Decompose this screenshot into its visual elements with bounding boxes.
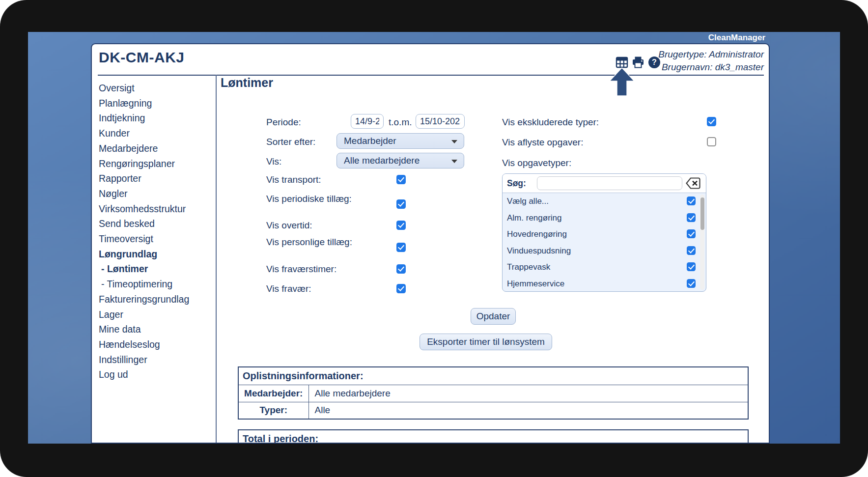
periode-from-input[interactable]: [351, 114, 384, 129]
option-row-vaelg-alle[interactable]: Vælg alle...: [503, 193, 706, 210]
opgavetyper-panel: Søg: Vælg alle...: [502, 173, 706, 292]
option-checkbox[interactable]: [687, 213, 696, 222]
opdater-button[interactable]: Opdater: [471, 308, 516, 325]
row-label: Medarbejder:: [238, 385, 308, 402]
sidebar-item-faktureringsgrundlag[interactable]: Faktureringsgrundlag: [99, 292, 213, 307]
option-label: Hovedrengøring: [507, 229, 567, 239]
vis-overtid-label: Vis overtid:: [266, 220, 312, 231]
sidebar-item-timeoversigt[interactable]: Timeoversigt: [99, 231, 213, 247]
opgavetyper-search-input[interactable]: [537, 176, 682, 190]
tom-label: t.o.m.: [389, 117, 412, 128]
search-label: Søg:: [507, 178, 526, 189]
clear-search-button[interactable]: [685, 177, 701, 190]
row-value: Alle: [308, 402, 748, 419]
vis-aflyste-opgaver-label: Vis aflyste opgaver:: [502, 137, 583, 148]
sidebar-item-rapporter[interactable]: Rapporter: [99, 171, 213, 186]
sorter-efter-label: Sorter efter:: [266, 137, 315, 147]
sidebar-item-log-ud[interactable]: Log ud: [99, 367, 213, 382]
vis-overtid-checkbox[interactable]: [396, 221, 406, 230]
sidebar-item-indtjekning[interactable]: Indtjekning: [99, 111, 213, 126]
sidebar-item-timeoptimering[interactable]: - Timeoptimering: [99, 277, 213, 292]
vis-personlige-tillaeg-checkbox[interactable]: [396, 243, 406, 252]
brand-label: CleanManager: [708, 32, 765, 43]
periode-label: Periode:: [266, 117, 301, 128]
chevron-down-icon: [451, 140, 457, 143]
vis-ekskluderede-typer-label: Vis ekskluderede typer:: [502, 117, 599, 128]
option-label: Alm. rengøring: [507, 213, 561, 223]
sidebar-item-nogler[interactable]: Nøgler: [99, 186, 213, 201]
vis-fravaer-checkbox[interactable]: [396, 284, 406, 293]
sorter-efter-value: Medarbejder: [344, 136, 396, 146]
sidebar-item-rengoringsplaner[interactable]: Rengøringsplaner: [99, 156, 213, 171]
sidebar-divider: [216, 75, 217, 443]
vis-transport-checkbox[interactable]: [396, 175, 406, 184]
sidebar-item-send-besked[interactable]: Send besked: [99, 216, 213, 231]
sidebar-item-lager[interactable]: Lager: [99, 307, 213, 322]
option-row-hovedrengoring[interactable]: Hovedrengøring: [503, 226, 706, 243]
option-checkbox[interactable]: [687, 262, 696, 271]
option-label: Vælg alle...: [507, 196, 549, 206]
sorter-efter-select[interactable]: Medarbejder: [336, 133, 464, 149]
sidebar-nav: Oversigt Planlægning Indtjekning Kunder …: [99, 81, 213, 382]
vis-fravaerstimer-label: Vis fraværstimer:: [266, 264, 336, 275]
option-label: Hjemmeservice: [507, 279, 564, 289]
vis-fravaerstimer-checkbox[interactable]: [396, 264, 406, 274]
annotation-arrow-icon: [609, 67, 636, 96]
oplistnings-table-header: Oplistningsinformationer:: [238, 367, 748, 385]
vis-personlige-tillaeg-label: Vis personlige tillæg:: [266, 236, 352, 248]
option-checkbox[interactable]: [687, 196, 696, 205]
row-label: Typer:: [238, 402, 308, 419]
vis-transport-label: Vis transport:: [266, 174, 321, 185]
vis-value: Alle medarbejdere: [344, 155, 420, 166]
sidebar-item-planlaegning[interactable]: Planlægning: [99, 96, 213, 111]
panel-scrollbar: [700, 195, 704, 290]
total-table-header: Total i perioden:: [238, 430, 748, 444]
vis-select[interactable]: Alle medarbejdere: [336, 153, 464, 168]
option-row-trappevask[interactable]: Trappevask: [503, 259, 706, 276]
sidebar-item-virksomhedsstruktur[interactable]: Virksomhedsstruktur: [99, 201, 213, 217]
periode-to-input[interactable]: [416, 114, 465, 129]
total-table: Total i perioden:: [238, 429, 749, 444]
option-row-hjemmeservice[interactable]: Hjemmeservice: [503, 276, 706, 292]
sidebar-item-oversigt[interactable]: Oversigt: [99, 81, 213, 96]
vis-aflyste-opgaver-checkbox[interactable]: [707, 137, 716, 146]
section-heading: Løntimer: [221, 76, 273, 90]
vis-label: Vis:: [266, 156, 281, 167]
screenshot-canvas: CleanManager DK-CM-AKJ Brugertype: Admin…: [0, 0, 868, 477]
option-row-vinduespudsning[interactable]: Vinduespudsning: [503, 243, 706, 259]
sidebar-item-lontimer[interactable]: - Løntimer: [99, 261, 213, 277]
help-icon[interactable]: ?: [648, 56, 660, 68]
sidebar-item-indstillinger[interactable]: Indstillinger: [99, 352, 213, 367]
chevron-down-icon: [451, 160, 457, 163]
sidebar-item-mine-data[interactable]: Mine data: [99, 322, 213, 337]
sidebar-item-kunder[interactable]: Kunder: [99, 126, 213, 141]
oplistnings-table: Oplistningsinformationer: Medarbejder: A…: [238, 366, 749, 420]
vis-periodiske-tillaeg-label: Vis periodiske tillæg:: [266, 193, 352, 204]
sidebar-item-longrundlag[interactable]: Løngrundlag: [99, 247, 213, 262]
sidebar-item-haendelseslog[interactable]: Hændelseslog: [99, 337, 213, 352]
sidebar-item-medarbejdere[interactable]: Medarbejdere: [99, 141, 213, 156]
vis-ekskluderede-typer-checkbox[interactable]: [707, 117, 716, 126]
vis-fravaer-label: Vis fravær:: [266, 283, 311, 294]
option-label: Vinduespudsning: [507, 246, 571, 256]
option-checkbox[interactable]: [687, 229, 696, 238]
option-checkbox[interactable]: [687, 246, 696, 255]
option-checkbox[interactable]: [687, 279, 696, 288]
desktop-background: CleanManager DK-CM-AKJ Brugertype: Admin…: [28, 32, 840, 444]
user-info: Brugertype: Administrator Brugernavn: dk…: [658, 48, 764, 74]
device-bezel: CleanManager DK-CM-AKJ Brugertype: Admin…: [0, 0, 868, 477]
vis-opgavetyper-label: Vis opgavetyper:: [502, 158, 571, 168]
option-label: Trappevask: [507, 262, 550, 272]
header-divider: [98, 75, 764, 76]
backspace-icon: [686, 177, 701, 190]
row-value: Alle medarbejdere: [308, 385, 748, 402]
panel-scrollbar-thumb[interactable]: [700, 197, 704, 230]
eksporter-button[interactable]: Eksporter timer til lønsystem: [420, 334, 552, 350]
opgavetyper-search-row: Søg:: [503, 174, 706, 193]
option-row-alm-rengoring[interactable]: Alm. rengøring: [503, 210, 706, 226]
user-name-label: Brugernavn: dk3_master: [658, 61, 764, 74]
vis-periodiske-tillaeg-checkbox[interactable]: [396, 199, 406, 209]
table-row: Typer: Alle: [238, 402, 748, 419]
app-window: DK-CM-AKJ Brugertype: Administrator Brug…: [91, 43, 770, 444]
page-title: DK-CM-AKJ: [99, 49, 184, 66]
